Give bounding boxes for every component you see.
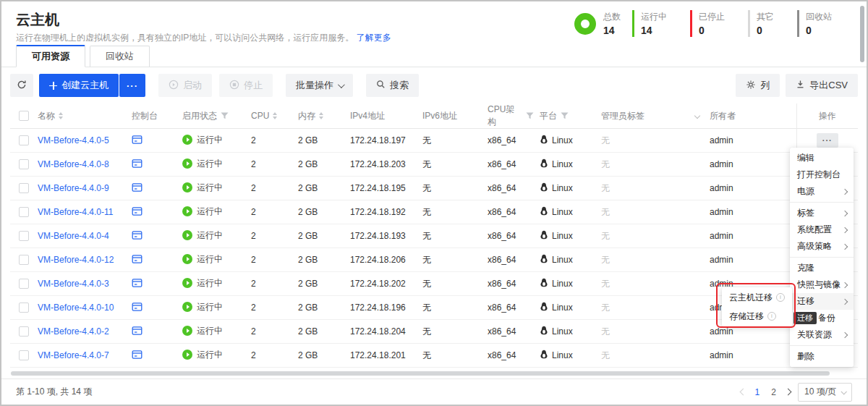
menu-item[interactable]: 编辑 bbox=[790, 150, 854, 166]
ipv4-value: 172.24.18.193 bbox=[350, 224, 422, 248]
next-page-icon[interactable] bbox=[785, 389, 792, 396]
column-header[interactable]: 管理员标签 bbox=[601, 103, 710, 129]
console-icon[interactable] bbox=[132, 256, 142, 266]
row-checkbox[interactable] bbox=[19, 350, 29, 360]
menu-item[interactable]: 迁移 bbox=[790, 293, 854, 310]
console-icon[interactable] bbox=[132, 185, 142, 195]
menu-item-label: 编辑 bbox=[797, 152, 814, 164]
column-header[interactable]: 启用状态 bbox=[182, 103, 251, 129]
prev-page-icon[interactable] bbox=[739, 389, 746, 396]
sort-icon[interactable] bbox=[319, 112, 323, 119]
menu-item[interactable]: 标签 bbox=[790, 205, 854, 221]
vm-name-link[interactable]: VM-Before-4.4.0-7 bbox=[38, 350, 109, 360]
page-number[interactable]: 2 bbox=[769, 387, 778, 397]
stop-button[interactable]: 停止 bbox=[219, 74, 273, 97]
submenu-item[interactable]: 云主机迁移 bbox=[722, 288, 792, 307]
platform-label: Linux bbox=[552, 135, 573, 145]
ipv6-value: 无 bbox=[422, 320, 488, 344]
page-number[interactable]: 1 bbox=[753, 387, 762, 397]
vm-name-link[interactable]: VM-Before-4.4.0-9 bbox=[38, 183, 109, 193]
row-checkbox[interactable] bbox=[19, 135, 29, 145]
vertical-scrollbar[interactable] bbox=[860, 6, 864, 62]
table-row: VM-Before-4.4.0-7 运行中 2 2 GB 172.24.18.2… bbox=[10, 344, 858, 368]
column-header[interactable]: CPU架构 bbox=[488, 103, 540, 129]
column-label: CPU bbox=[251, 111, 269, 121]
export-csv-button[interactable]: 导出CSV bbox=[786, 74, 858, 97]
row-checkbox[interactable] bbox=[19, 326, 29, 337]
refresh-button[interactable] bbox=[10, 74, 33, 97]
tab-available[interactable]: 可用资源 bbox=[16, 45, 85, 67]
vm-name-link[interactable]: VM-Before-4.4.0-2 bbox=[38, 326, 109, 337]
console-icon[interactable] bbox=[132, 137, 142, 147]
horizontal-scrollbar[interactable] bbox=[11, 371, 830, 376]
menu-item[interactable]: 系统配置 bbox=[790, 221, 854, 238]
columns-label: 列 bbox=[760, 79, 770, 92]
menu-item[interactable]: 快照与镜像 bbox=[790, 276, 854, 293]
console-icon[interactable] bbox=[132, 352, 142, 362]
vm-name-link[interactable]: VM-Before-4.4.0-5 bbox=[38, 135, 109, 145]
batch-actions-button[interactable]: 批量操作 bbox=[286, 74, 353, 97]
console-icon[interactable] bbox=[132, 232, 142, 242]
column-header[interactable]: IPv4地址 bbox=[350, 103, 422, 129]
sort-icon[interactable] bbox=[59, 112, 63, 119]
menu-item[interactable]: 删除 bbox=[790, 348, 854, 365]
row-checkbox[interactable] bbox=[19, 231, 29, 241]
row-checkbox[interactable] bbox=[19, 255, 29, 265]
console-icon[interactable] bbox=[132, 304, 142, 314]
vm-name-link[interactable]: VM-Before-4.4.0-10 bbox=[38, 303, 114, 313]
column-header[interactable]: IPv6地址 bbox=[422, 103, 488, 129]
platform-label: Linux bbox=[552, 231, 573, 241]
vm-name-link[interactable]: VM-Before-4.4.0-3 bbox=[38, 279, 109, 289]
table-body: VM-Before-4.4.0-5 运行中 2 2 GB 172.24.18.1… bbox=[10, 129, 858, 368]
columns-button[interactable]: 列 bbox=[736, 74, 780, 97]
row-checkbox[interactable] bbox=[19, 183, 29, 193]
vm-name-link[interactable]: VM-Before-4.4.0-11 bbox=[38, 207, 114, 217]
row-actions-button[interactable]: ··· bbox=[817, 133, 838, 148]
row-checkbox[interactable] bbox=[19, 207, 29, 217]
platform-label: Linux bbox=[552, 303, 573, 313]
menu-item[interactable]: 关联资源 bbox=[790, 326, 854, 343]
console-icon[interactable] bbox=[132, 208, 142, 219]
menu-item[interactable]: 打开控制台 bbox=[790, 166, 854, 183]
menu-item[interactable]: 电源 bbox=[790, 183, 854, 200]
learn-more-link[interactable]: 了解更多 bbox=[357, 33, 391, 43]
menu-item[interactable]: 高级策略 bbox=[790, 238, 854, 255]
column-header[interactable]: 控制台 bbox=[132, 103, 182, 129]
filter-icon[interactable] bbox=[221, 112, 229, 119]
column-header[interactable]: 操作 bbox=[796, 103, 858, 129]
vm-name-link[interactable]: VM-Before-4.4.0-12 bbox=[38, 255, 114, 265]
memory-value: 2 GB bbox=[298, 224, 350, 248]
column-header[interactable]: CPU bbox=[251, 103, 298, 129]
console-icon[interactable] bbox=[132, 280, 142, 290]
console-icon[interactable] bbox=[132, 161, 142, 171]
menu-item[interactable]: 迁移 备份 bbox=[790, 310, 854, 326]
page-size-select[interactable]: 10 项/页 bbox=[798, 383, 852, 402]
stat-item: 已停止 0 bbox=[690, 10, 736, 37]
row-checkbox[interactable] bbox=[19, 279, 29, 289]
column-header[interactable]: 所有者 bbox=[710, 103, 796, 129]
sort-icon[interactable] bbox=[273, 112, 277, 119]
search-button[interactable]: 搜索 bbox=[366, 74, 419, 97]
column-header[interactable]: 内存 bbox=[298, 103, 350, 129]
select-all-checkbox[interactable] bbox=[19, 111, 29, 121]
vm-name-link[interactable]: VM-Before-4.4.0-8 bbox=[38, 159, 109, 169]
row-checkbox[interactable] bbox=[19, 303, 29, 313]
create-vm-button[interactable]: 创建云主机 bbox=[39, 74, 119, 97]
row-checkbox[interactable] bbox=[19, 159, 29, 169]
filter-icon[interactable] bbox=[526, 112, 534, 119]
filter-icon[interactable] bbox=[561, 112, 569, 119]
column-header[interactable]: 名称 bbox=[38, 103, 132, 129]
console-icon[interactable] bbox=[132, 328, 142, 338]
admin-tag-value: 无 bbox=[601, 129, 710, 153]
start-button[interactable]: 启动 bbox=[158, 74, 212, 97]
column-header[interactable]: 平台 bbox=[540, 103, 601, 129]
menu-item[interactable]: 克隆 bbox=[790, 260, 854, 276]
memory-value: 2 GB bbox=[298, 344, 350, 368]
tab-recycle[interactable]: 回收站 bbox=[90, 46, 150, 67]
create-more-button[interactable]: ··· bbox=[119, 74, 145, 97]
memory-value: 2 GB bbox=[298, 129, 350, 153]
submenu-item[interactable]: 存储迁移 bbox=[722, 307, 792, 326]
chevron-down-icon[interactable] bbox=[695, 114, 699, 118]
vm-name-link[interactable]: VM-Before-4.4.0-4 bbox=[38, 231, 109, 241]
create-vm-label: 创建云主机 bbox=[61, 79, 109, 92]
